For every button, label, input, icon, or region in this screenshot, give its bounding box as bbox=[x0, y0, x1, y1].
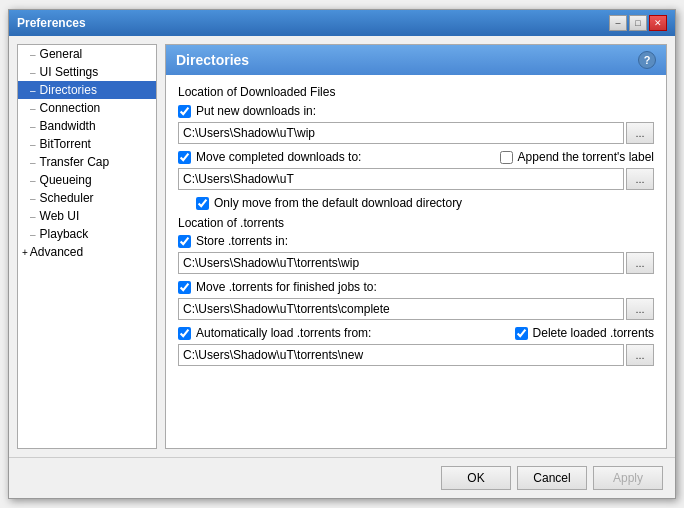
help-button[interactable]: ? bbox=[638, 51, 656, 69]
store-torrents-checkbox[interactable] bbox=[178, 235, 191, 248]
sidebar-item-web-ui[interactable]: – Web UI bbox=[18, 207, 156, 225]
content-body: Location of Downloaded Files Put new dow… bbox=[166, 75, 666, 448]
dash-icon: – bbox=[30, 121, 36, 132]
ok-button[interactable]: OK bbox=[441, 466, 511, 490]
auto-load-path-input[interactable] bbox=[178, 344, 624, 366]
sidebar-label-playback: Playback bbox=[40, 227, 89, 241]
sidebar-label-bandwidth: Bandwidth bbox=[40, 119, 96, 133]
move-completed-label: Move completed downloads to: bbox=[196, 150, 361, 164]
auto-load-label: Automatically load .torrents from: bbox=[196, 326, 371, 340]
move-completed-row: Move completed downloads to: Append the … bbox=[178, 150, 654, 164]
dash-icon: – bbox=[30, 157, 36, 168]
only-move-label: Only move from the default download dire… bbox=[214, 196, 462, 210]
delete-loaded-checkbox[interactable] bbox=[515, 327, 528, 340]
sidebar-label-queueing: Queueing bbox=[40, 173, 92, 187]
close-button[interactable]: ✕ bbox=[649, 15, 667, 31]
preferences-dialog: Preferences – □ ✕ – General – UI Setting… bbox=[8, 9, 676, 499]
move-completed-checkbox[interactable] bbox=[178, 151, 191, 164]
expand-icon: + bbox=[22, 247, 28, 258]
title-bar-controls: – □ ✕ bbox=[609, 15, 667, 31]
sidebar-label-directories: Directories bbox=[40, 83, 97, 97]
sidebar-label-web-ui: Web UI bbox=[40, 209, 80, 223]
sidebar-item-transfer-cap[interactable]: – Transfer Cap bbox=[18, 153, 156, 171]
title-bar: Preferences – □ ✕ bbox=[9, 10, 675, 36]
sidebar-label-scheduler: Scheduler bbox=[40, 191, 94, 205]
sidebar: – General – UI Settings – Directories – … bbox=[17, 44, 157, 449]
dialog-footer: OK Cancel Apply bbox=[9, 457, 675, 498]
append-label-checkbox[interactable] bbox=[500, 151, 513, 164]
store-torrents-label: Store .torrents in: bbox=[196, 234, 288, 248]
sidebar-item-queueing[interactable]: – Queueing bbox=[18, 171, 156, 189]
only-move-checkbox[interactable] bbox=[196, 197, 209, 210]
minimize-button[interactable]: – bbox=[609, 15, 627, 31]
sidebar-label-transfer-cap: Transfer Cap bbox=[40, 155, 110, 169]
cancel-button[interactable]: Cancel bbox=[517, 466, 587, 490]
torrents-section-label: Location of .torrents bbox=[178, 216, 654, 230]
sidebar-label-ui-settings: UI Settings bbox=[40, 65, 99, 79]
dash-icon: – bbox=[30, 229, 36, 240]
sidebar-item-ui-settings[interactable]: – UI Settings bbox=[18, 63, 156, 81]
dash-icon: – bbox=[30, 85, 36, 96]
sidebar-item-general[interactable]: – General bbox=[18, 45, 156, 63]
auto-load-row: Automatically load .torrents from: Delet… bbox=[178, 326, 654, 340]
move-completed-path-row: ... bbox=[178, 168, 654, 190]
dash-icon: – bbox=[30, 193, 36, 204]
put-new-browse-button[interactable]: ... bbox=[626, 122, 654, 144]
downloaded-files-section-label: Location of Downloaded Files bbox=[178, 85, 654, 99]
store-path-row: ... bbox=[178, 252, 654, 274]
move-finished-label: Move .torrents for finished jobs to: bbox=[196, 280, 377, 294]
auto-load-checkbox[interactable] bbox=[178, 327, 191, 340]
sidebar-item-bittorrent[interactable]: – BitTorrent bbox=[18, 135, 156, 153]
sidebar-label-advanced: Advanced bbox=[30, 245, 83, 259]
content-area: Directories ? Location of Downloaded Fil… bbox=[165, 44, 667, 449]
move-finished-row: Move .torrents for finished jobs to: bbox=[178, 280, 654, 294]
sidebar-item-connection[interactable]: – Connection bbox=[18, 99, 156, 117]
move-finished-path-row: ... bbox=[178, 298, 654, 320]
content-header: Directories ? bbox=[166, 45, 666, 75]
dash-icon: – bbox=[30, 67, 36, 78]
auto-load-path-row: ... bbox=[178, 344, 654, 366]
sidebar-label-connection: Connection bbox=[40, 101, 101, 115]
sidebar-label-bittorrent: BitTorrent bbox=[40, 137, 91, 151]
maximize-button[interactable]: □ bbox=[629, 15, 647, 31]
delete-loaded-row: Delete loaded .torrents bbox=[515, 326, 654, 340]
append-label-row: Append the torrent's label bbox=[500, 150, 654, 164]
store-torrents-row: Store .torrents in: bbox=[178, 234, 654, 248]
move-finished-checkbox[interactable] bbox=[178, 281, 191, 294]
sidebar-item-playback[interactable]: – Playback bbox=[18, 225, 156, 243]
move-finished-path-input[interactable] bbox=[178, 298, 624, 320]
auto-load-checkbox-row: Automatically load .torrents from: bbox=[178, 326, 371, 340]
put-new-downloads-row: Put new downloads in: bbox=[178, 104, 654, 118]
auto-load-browse-button[interactable]: ... bbox=[626, 344, 654, 366]
move-completed-checkbox-row: Move completed downloads to: bbox=[178, 150, 361, 164]
sidebar-item-scheduler[interactable]: – Scheduler bbox=[18, 189, 156, 207]
store-browse-button[interactable]: ... bbox=[626, 252, 654, 274]
content-title: Directories bbox=[176, 52, 249, 68]
delete-loaded-label: Delete loaded .torrents bbox=[533, 326, 654, 340]
sidebar-label-general: General bbox=[40, 47, 83, 61]
dash-icon: – bbox=[30, 175, 36, 186]
sidebar-item-directories[interactable]: – Directories bbox=[18, 81, 156, 99]
window-title: Preferences bbox=[17, 16, 86, 30]
put-new-downloads-label: Put new downloads in: bbox=[196, 104, 316, 118]
move-completed-path-input[interactable] bbox=[178, 168, 624, 190]
sidebar-item-bandwidth[interactable]: – Bandwidth bbox=[18, 117, 156, 135]
move-finished-browse-button[interactable]: ... bbox=[626, 298, 654, 320]
dialog-body: – General – UI Settings – Directories – … bbox=[9, 36, 675, 457]
append-label-label: Append the torrent's label bbox=[518, 150, 654, 164]
put-new-path-input[interactable] bbox=[178, 122, 624, 144]
apply-button[interactable]: Apply bbox=[593, 466, 663, 490]
put-new-downloads-checkbox[interactable] bbox=[178, 105, 191, 118]
move-completed-browse-button[interactable]: ... bbox=[626, 168, 654, 190]
dash-icon: – bbox=[30, 49, 36, 60]
only-move-row: Only move from the default download dire… bbox=[196, 196, 654, 210]
dash-icon: – bbox=[30, 103, 36, 114]
store-path-input[interactable] bbox=[178, 252, 624, 274]
dash-icon: – bbox=[30, 211, 36, 222]
dash-icon: – bbox=[30, 139, 36, 150]
put-new-path-row: ... bbox=[178, 122, 654, 144]
sidebar-item-advanced[interactable]: + Advanced bbox=[18, 243, 156, 261]
